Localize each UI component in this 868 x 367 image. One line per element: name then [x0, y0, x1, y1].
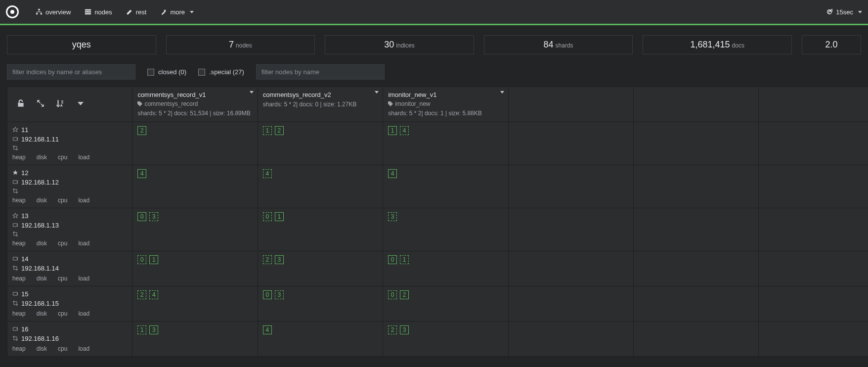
shard-primary[interactable]: 4 [137, 169, 146, 178]
node-cell: 12192.168.1.12heapdiskcpuload [7, 165, 132, 208]
shard-replica[interactable]: 2 [137, 290, 146, 299]
shard-cell: 14 [383, 122, 508, 165]
stat-shards[interactable]: 84shards [484, 35, 633, 54]
index-dropdown[interactable] [500, 91, 504, 93]
closed-checkbox[interactable]: closed (0) [147, 68, 186, 76]
index-name[interactable]: imonitor_new_v1 [388, 91, 503, 98]
shard-cell [759, 286, 868, 321]
shard-primary[interactable]: 1 [388, 126, 397, 135]
sitemap-icon [36, 8, 43, 15]
nav-more[interactable]: more [153, 8, 201, 16]
node-name: 12 [21, 169, 28, 177]
shard-primary[interactable]: 3 [275, 255, 284, 264]
shard-cell: 23 [258, 251, 383, 286]
node-metrics: heapdiskcpuload [12, 345, 127, 352]
disk-icon [12, 222, 18, 228]
disk-icon [12, 326, 18, 332]
shard-primary[interactable]: 2 [275, 126, 284, 135]
node-name: 11 [21, 126, 28, 134]
metric-disk: disk [37, 275, 47, 282]
shard-replica[interactable]: 3 [388, 212, 397, 221]
tag-icon [137, 101, 142, 106]
stat-nodes[interactable]: 7nodes [166, 35, 315, 54]
node-metrics: heapdiskcpuload [12, 310, 127, 317]
shard-cell [633, 165, 758, 208]
node-metrics: heapdiskcpuload [12, 154, 127, 161]
node-row: 11192.168.1.11heapdiskcpuload21214 [7, 122, 868, 165]
nav-nodes[interactable]: nodes [78, 8, 119, 16]
shard-primary[interactable]: 1 [149, 255, 158, 264]
shard-cell: 24 [132, 286, 258, 321]
nav-rest[interactable]: rest [119, 8, 154, 16]
shard-primary[interactable]: 1 [275, 212, 284, 221]
shard-replica[interactable]: 0 [388, 290, 397, 299]
metric-cpu: cpu [58, 197, 67, 204]
special-checkbox[interactable]: .special (27) [198, 68, 244, 76]
index-alias: commentsys_record [137, 100, 252, 107]
shard-primary[interactable]: 0 [263, 290, 272, 299]
node-name: 13 [21, 212, 28, 220]
shard-cell [633, 208, 758, 251]
filter-indices-input[interactable] [7, 64, 135, 80]
metric-heap: heap [12, 197, 26, 204]
shard-cell [759, 122, 868, 165]
shard-replica[interactable]: 1 [137, 325, 146, 334]
unlock-icon[interactable] [16, 99, 25, 108]
shard-cell: 01 [383, 251, 508, 286]
nav-more-label: more [170, 8, 185, 16]
shard-replica[interactable]: 4 [400, 126, 409, 135]
shard-replica[interactable]: 4 [263, 169, 272, 178]
expand-icon[interactable] [36, 99, 45, 108]
node-cell: 14 192.168.1.14heapdiskcpuload [7, 251, 132, 286]
refresh-interval[interactable]: 15sec [826, 8, 862, 16]
stat-size[interactable]: 2.0 [802, 35, 861, 54]
index-dropdown[interactable] [250, 91, 254, 93]
shard-primary[interactable]: 4 [388, 169, 397, 178]
index-name[interactable]: commentsys_record_v1 [137, 91, 252, 98]
metric-heap: heap [12, 345, 26, 352]
shard-replica[interactable]: 1 [400, 255, 409, 264]
index-dropdown[interactable] [375, 91, 379, 93]
node-ip: 192.168.1.15 [21, 300, 59, 307]
disk-icon [12, 291, 18, 297]
index-name[interactable]: commentsys_record_v2 [263, 91, 378, 98]
shard-cell: 13 [132, 321, 258, 356]
index-header-empty [759, 87, 868, 122]
shard-replica[interactable]: 3 [275, 290, 284, 299]
shard-primary[interactable]: 2 [137, 126, 146, 135]
shard-replica[interactable]: 2 [388, 325, 397, 334]
index-header-empty [633, 87, 758, 122]
tag-icon [388, 101, 393, 106]
topbar: overview nodes rest more 15sec [0, 0, 868, 24]
svg-rect-3 [85, 9, 91, 11]
shard-replica[interactable]: 2 [263, 255, 272, 264]
shard-replica[interactable]: 0 [263, 212, 272, 221]
index-stats: shards: 5 * 2| docs: 0 | size: 1.27KB [263, 100, 378, 109]
star-solid-icon [12, 170, 18, 176]
shard-primary[interactable]: 3 [149, 325, 158, 334]
stat-cluster[interactable]: yqes [7, 35, 156, 54]
filter-nodes-input[interactable] [256, 64, 385, 80]
stat-indices[interactable]: 30indices [325, 35, 474, 54]
stat-docs[interactable]: 1,681,415docs [643, 35, 792, 54]
shard-replica[interactable]: 3 [149, 212, 158, 221]
node-name: 15 [21, 290, 28, 298]
shard-primary[interactable]: 2 [400, 290, 409, 299]
chevron-down-icon[interactable] [78, 102, 84, 105]
shard-primary[interactable]: 3 [400, 325, 409, 334]
metric-load: load [78, 197, 89, 204]
sort-az-icon[interactable] [56, 99, 65, 108]
shard-replica[interactable]: 1 [263, 126, 272, 135]
shard-cell [633, 122, 758, 165]
nav-overview[interactable]: overview [29, 8, 78, 16]
shard-cell [759, 321, 868, 356]
shard-primary[interactable]: 0 [137, 212, 146, 221]
shard-primary[interactable]: 4 [263, 325, 272, 334]
node-metrics: heapdiskcpuload [12, 240, 127, 247]
svg-point-11 [16, 329, 17, 330]
shard-replica[interactable]: 4 [149, 290, 158, 299]
metric-disk: disk [37, 154, 47, 161]
shard-replica[interactable]: 0 [137, 255, 146, 264]
svg-rect-5 [85, 13, 91, 15]
shard-primary[interactable]: 0 [388, 255, 397, 264]
